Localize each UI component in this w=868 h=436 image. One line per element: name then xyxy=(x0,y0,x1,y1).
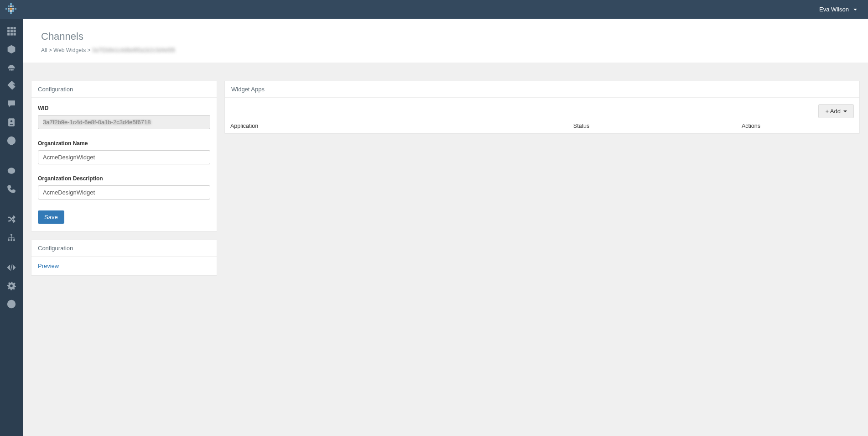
panel-title: Widget Apps xyxy=(225,81,859,98)
breadcrumb-web-widgets[interactable]: Web Widgets xyxy=(53,47,86,53)
headset-icon[interactable] xyxy=(6,63,16,73)
save-button[interactable]: Save xyxy=(38,210,64,224)
svg-point-13 xyxy=(10,69,10,70)
svg-rect-7 xyxy=(10,33,12,35)
bot-icon[interactable] xyxy=(6,166,16,176)
th-actions: Actions xyxy=(742,123,854,129)
panel-title: Configuration xyxy=(31,240,217,257)
th-status: Status xyxy=(573,123,742,129)
svg-point-23 xyxy=(10,234,12,236)
svg-point-15 xyxy=(13,69,14,70)
configuration-preview-panel: Configuration Preview xyxy=(31,240,217,276)
apps-table-header: Application Status Actions xyxy=(225,123,859,133)
org-desc-input[interactable] xyxy=(38,185,210,200)
svg-point-24 xyxy=(8,239,10,241)
add-button-label: + Add xyxy=(825,108,841,115)
breadcrumb-current: 3a7f2b9e1c4d6e8f0a1b2c3d4e5f6 xyxy=(92,47,175,53)
svg-rect-2 xyxy=(14,27,16,29)
svg-rect-6 xyxy=(8,33,10,35)
chat-icon[interactable] xyxy=(6,99,16,109)
play-circle-icon[interactable] xyxy=(6,136,16,146)
breadcrumb-all[interactable]: All xyxy=(41,47,47,53)
svg-line-27 xyxy=(10,264,12,270)
svg-point-12 xyxy=(12,49,13,50)
wid-input xyxy=(38,115,210,129)
sitemap-icon[interactable] xyxy=(6,232,16,242)
hexagon-icon[interactable] xyxy=(6,44,16,54)
shuffle-icon[interactable] xyxy=(6,214,16,224)
phone-icon[interactable] xyxy=(6,184,16,194)
configuration-panel: Configuration WID Organization Name Orga… xyxy=(31,81,217,231)
svg-point-20 xyxy=(8,168,15,173)
contact-icon[interactable] xyxy=(6,117,16,127)
main-content: Channels All > Web Widgets > 3a7f2b9e1c4… xyxy=(23,19,868,285)
svg-rect-0 xyxy=(8,27,10,29)
svg-point-22 xyxy=(12,170,13,171)
breadcrumb: All > Web Widgets > 3a7f2b9e1c4d6e8f0a1b… xyxy=(41,47,850,53)
svg-point-17 xyxy=(10,120,13,122)
org-name-input[interactable] xyxy=(38,150,210,164)
caret-down-icon xyxy=(843,110,847,112)
org-name-label: Organization Name xyxy=(38,140,210,147)
th-application: Application xyxy=(230,123,573,129)
panel-title: Configuration xyxy=(31,81,217,98)
svg-point-26 xyxy=(13,239,15,241)
app-logo[interactable] xyxy=(5,3,18,16)
svg-rect-1 xyxy=(10,27,12,29)
svg-rect-8 xyxy=(14,33,16,35)
svg-point-21 xyxy=(10,170,11,171)
widget-apps-panel: Widget Apps + Add Application Status Act… xyxy=(224,81,860,134)
svg-rect-3 xyxy=(8,30,10,32)
gear-icon[interactable] xyxy=(6,281,16,285)
page-header: Channels All > Web Widgets > 3a7f2b9e1c4… xyxy=(23,19,868,63)
top-navbar: Eva Wilson xyxy=(0,0,868,19)
code-icon[interactable] xyxy=(6,263,16,273)
svg-point-10 xyxy=(11,49,12,50)
user-menu[interactable]: Eva Wilson xyxy=(819,6,857,13)
add-button[interactable]: + Add xyxy=(818,104,854,118)
caret-down-icon xyxy=(853,9,857,11)
svg-point-11 xyxy=(10,49,11,50)
wid-label: WID xyxy=(38,105,210,111)
preview-link[interactable]: Preview xyxy=(38,263,59,269)
user-name-label: Eva Wilson xyxy=(819,6,849,13)
tag-icon[interactable] xyxy=(6,81,16,91)
svg-rect-4 xyxy=(10,30,12,32)
side-navbar xyxy=(0,19,23,285)
grid-icon[interactable] xyxy=(6,26,16,36)
svg-point-14 xyxy=(11,69,12,70)
svg-point-25 xyxy=(10,239,12,241)
svg-rect-5 xyxy=(14,30,16,32)
page-title: Channels xyxy=(41,31,850,42)
org-desc-label: Organization Description xyxy=(38,175,210,182)
